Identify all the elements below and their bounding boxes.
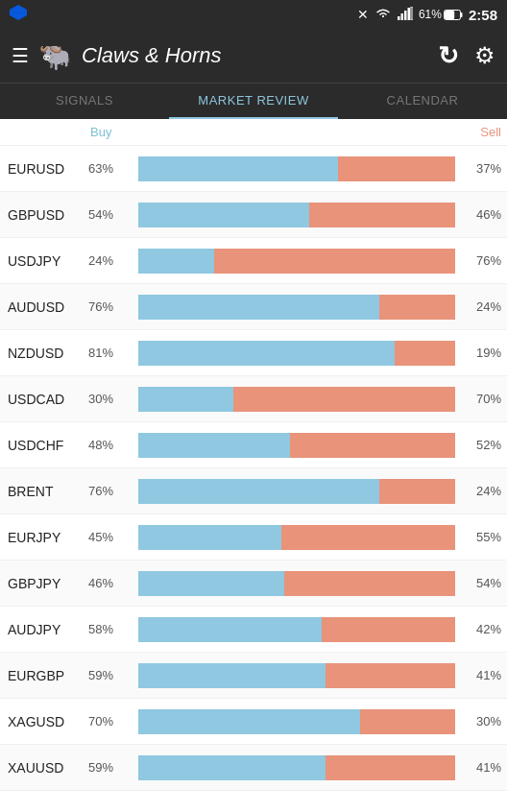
sell-bar: [379, 479, 455, 504]
sell-percent: 24%: [455, 299, 507, 314]
buy-percent: 24%: [86, 253, 138, 268]
svg-rect-5: [404, 11, 407, 20]
table-row: EURUSD 63% 37%: [0, 146, 507, 192]
buy-percent: 70%: [86, 714, 138, 728]
sell-percent: 55%: [455, 530, 507, 544]
pair-label: AUDJPY: [0, 622, 86, 637]
sell-percent: 24%: [455, 484, 507, 498]
menu-button[interactable]: ☰: [12, 44, 29, 67]
pair-label: EURUSD: [0, 161, 86, 177]
sell-bar: [309, 203, 455, 227]
buy-percent: 30%: [86, 392, 138, 406]
buy-bar: [138, 479, 379, 504]
app-title: Claws & Horns: [82, 43, 221, 68]
header-right: ↻ ⚙: [438, 41, 495, 71]
table-row: USDJPY 24% 76%: [0, 238, 507, 284]
pair-label: EURJPY: [0, 530, 86, 545]
pair-label: USDCHF: [0, 438, 86, 453]
sell-bar: [233, 387, 455, 412]
pair-label: USDCAD: [0, 392, 86, 407]
sell-bar: [338, 156, 455, 181]
buy-column-header: Buy: [86, 125, 144, 139]
bar-container: [138, 433, 455, 458]
status-left: [10, 5, 27, 24]
bar-container: [138, 387, 455, 412]
sell-percent: 19%: [455, 346, 507, 360]
status-right: ✕ 61%: [357, 7, 497, 23]
buy-percent: 63%: [86, 161, 138, 176]
bar-container: [138, 525, 455, 550]
bar-container: [138, 341, 455, 366]
buy-bar: [138, 341, 395, 366]
table-row: GBPJPY 46% 54%: [0, 561, 507, 607]
status-bar: ✕ 61%: [0, 0, 507, 29]
tab-signals[interactable]: SIGNALS: [0, 84, 169, 119]
app-logo-icon: 🐃: [38, 40, 72, 72]
market-table: EURUSD 63% 37% GBPUSD 54% 46% USDJPY 24%…: [0, 146, 507, 791]
buy-bar: [138, 249, 214, 274]
sell-percent: 37%: [455, 161, 507, 176]
buy-bar: [138, 295, 379, 320]
pair-label: USDJPY: [0, 253, 86, 269]
buy-bar: [138, 617, 322, 642]
svg-rect-6: [407, 8, 410, 20]
table-row: XAUUSD 59% 41%: [0, 745, 507, 791]
buy-bar: [138, 203, 309, 227]
sell-percent: 41%: [455, 760, 507, 775]
sell-bar: [326, 755, 455, 780]
table-header: Buy Sell: [0, 119, 507, 146]
buy-bar: [138, 709, 360, 734]
buy-bar: [138, 525, 281, 550]
dropbox-icon: [10, 5, 27, 24]
buy-percent: 76%: [86, 484, 138, 498]
table-row: EURJPY 45% 55%: [0, 514, 507, 561]
sell-bar: [379, 295, 455, 320]
header-left: ☰ 🐃 Claws & Horns: [12, 40, 221, 72]
svg-rect-4: [400, 13, 403, 20]
pair-label: AUDUSD: [0, 299, 86, 315]
tab-calendar[interactable]: CALENDAR: [338, 84, 507, 119]
table-row: GBPUSD 54% 46%: [0, 192, 507, 238]
bar-container: [138, 156, 455, 181]
table-row: USDCHF 48% 52%: [0, 422, 507, 468]
sell-percent: 42%: [455, 622, 507, 636]
sell-percent: 76%: [455, 253, 507, 268]
settings-button[interactable]: ⚙: [474, 42, 495, 69]
bar-container: [138, 709, 455, 734]
sell-bar: [281, 525, 456, 550]
buy-percent: 59%: [86, 760, 138, 775]
battery-icon: 61%: [419, 8, 463, 21]
svg-rect-10: [445, 11, 454, 19]
table-row: BRENT 76% 24%: [0, 468, 507, 514]
buy-percent: 81%: [86, 346, 138, 360]
svg-rect-3: [398, 16, 400, 20]
buy-percent: 45%: [86, 530, 138, 544]
app-header: ☰ 🐃 Claws & Horns ↻ ⚙: [0, 29, 507, 83]
sell-percent: 54%: [455, 576, 507, 590]
table-row: XAGUSD 70% 30%: [0, 699, 507, 745]
battery-percent: 61%: [419, 8, 442, 21]
refresh-button[interactable]: ↻: [438, 41, 459, 71]
bar-container: [138, 479, 455, 504]
sell-percent: 70%: [455, 392, 507, 406]
bar-container: [138, 663, 455, 688]
buy-bar: [138, 571, 284, 596]
buy-bar: [138, 387, 233, 412]
buy-percent: 46%: [86, 576, 138, 590]
sell-column-header: Sell: [449, 125, 507, 139]
bar-container: [138, 617, 455, 642]
sell-percent: 41%: [455, 668, 507, 682]
sell-percent: 46%: [455, 207, 507, 222]
sell-bar: [284, 571, 455, 596]
sell-bar: [360, 709, 455, 734]
table-row: NZDUSD 81% 19%: [0, 330, 507, 376]
table-row: USDCAD 30% 70%: [0, 376, 507, 422]
table-row: EURGBP 59% 41%: [0, 653, 507, 699]
buy-bar: [138, 433, 290, 458]
pair-label: XAGUSD: [0, 714, 86, 729]
pair-label: EURGBP: [0, 668, 86, 683]
bar-container: [138, 571, 455, 596]
buy-bar: [138, 755, 326, 780]
bar-container: [138, 295, 455, 320]
tab-market-review[interactable]: MARKET REVIEW: [169, 84, 338, 119]
